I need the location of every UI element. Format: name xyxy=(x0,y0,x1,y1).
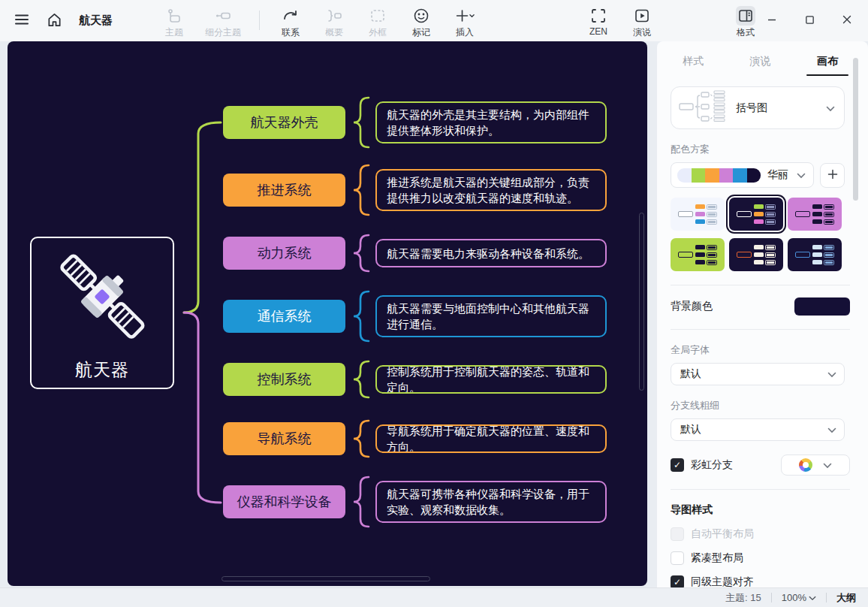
outline-button[interactable]: 大纲 xyxy=(836,591,856,605)
topic-node[interactable]: 控制系统 xyxy=(223,363,345,396)
bracket-diagram-icon xyxy=(679,90,728,126)
theme-thumbnail-1[interactable] xyxy=(671,198,725,231)
close-icon xyxy=(842,14,852,27)
map-style-options: 自动平衡布局紧凑型布局✓同级主题对齐 xyxy=(671,527,850,589)
background-color-swatch[interactable] xyxy=(794,297,850,316)
tool-marker[interactable]: 标记 xyxy=(408,6,434,39)
swatch xyxy=(705,168,719,183)
topic-node[interactable]: 航天器外壳 xyxy=(223,106,345,139)
tab-画布[interactable]: 画布 xyxy=(815,49,839,76)
satellite-icon xyxy=(50,249,154,348)
mini-node xyxy=(754,212,764,216)
insert-icon xyxy=(455,6,475,26)
home-icon xyxy=(47,12,62,30)
tool-relationship[interactable]: 联系 xyxy=(278,6,303,39)
summary-icon xyxy=(324,6,344,26)
detail-node[interactable]: 航天器可携带各种仪器和科学设备，用于实验、观察和数据收集。 xyxy=(375,481,607,523)
topic-node[interactable]: 通信系统 xyxy=(223,300,345,333)
theme-thumbnail-4[interactable] xyxy=(671,238,725,271)
boundary-icon xyxy=(368,6,387,26)
zoom-control[interactable]: 100% xyxy=(782,592,816,603)
mini-detail xyxy=(824,204,834,210)
maximize-button[interactable] xyxy=(796,9,823,33)
mini-node xyxy=(695,219,705,224)
tool-boundary: 外框 xyxy=(365,6,390,39)
mini-detail xyxy=(707,204,717,210)
format-panel: 样式演说画布 括号图 配色方案 华丽 xyxy=(657,41,868,587)
document-title: 航天器 xyxy=(79,14,113,28)
mini-detail xyxy=(765,252,776,258)
rainbow-palette-select[interactable] xyxy=(781,454,850,476)
color-scheme-select[interactable]: 华丽 xyxy=(671,162,814,188)
panel-scrollbar[interactable] xyxy=(853,58,858,201)
checkbox-label: 紧凑型布局 xyxy=(691,551,743,565)
theme-gallery xyxy=(671,198,850,271)
detail-node[interactable]: 航天器需要电力来驱动各种设备和系统。 xyxy=(375,239,607,267)
title-bar: 航天器 主题细分主题联系概要外框标记插入ZEN演说格式 xyxy=(0,0,868,41)
detail-node[interactable]: 推进系统是航天器的关键组成部分，负责提供推力以改变航天器的速度和轨迹。 xyxy=(375,169,607,211)
mini-detail xyxy=(824,245,834,250)
branch-row: 通信系统航天器需要与地面控制中心和其他航天器进行通信。 xyxy=(223,290,607,343)
detail-node[interactable]: 导航系统用于确定航天器的位置、速度和方向。 xyxy=(375,424,607,453)
mini-detail xyxy=(824,260,834,265)
mini-detail xyxy=(707,252,717,258)
tool-label: 插入 xyxy=(456,26,474,39)
topic-node[interactable]: 导航系统 xyxy=(223,422,345,455)
detail-node[interactable]: 航天器的外壳是其主要结构，为内部组件提供整体形状和保护。 xyxy=(375,101,607,143)
detail-node[interactable]: 航天器需要与地面控制中心和其他航天器进行通信。 xyxy=(375,295,607,337)
tool-present[interactable]: 演说 xyxy=(629,6,655,39)
tab-样式[interactable]: 样式 xyxy=(681,49,705,76)
add-color-scheme-button[interactable] xyxy=(820,163,845,188)
tool-summary: 概要 xyxy=(321,6,347,39)
map-style-option: 自动平衡布局 xyxy=(671,527,850,541)
topic-node[interactable]: 仪器和科学设备 xyxy=(223,485,345,518)
detail-text: 导航系统用于确定航天器的位置、速度和方向。 xyxy=(387,424,595,453)
tool-label: 演说 xyxy=(633,26,651,39)
branch-row: 动力系统航天器需要电力来驱动各种设备和系统。 xyxy=(223,234,607,273)
mini-node xyxy=(695,260,705,264)
home-button[interactable] xyxy=(47,12,62,30)
swatch xyxy=(747,168,761,183)
central-topic-node[interactable]: 航天器 xyxy=(30,237,174,389)
global-font-value: 默认 xyxy=(680,367,701,381)
close-button[interactable] xyxy=(833,9,860,33)
mini-node xyxy=(695,245,705,249)
theme-thumbnail-5[interactable] xyxy=(729,238,783,271)
topic-count: 主题: 15 xyxy=(725,591,761,605)
mini-central-node xyxy=(678,252,693,258)
mini-node xyxy=(754,245,764,249)
color-scheme-section-label: 配色方案 xyxy=(671,143,850,156)
canvas-vertical-scrollbar[interactable] xyxy=(639,213,644,391)
menu-button[interactable] xyxy=(14,11,30,30)
structure-select-value: 括号图 xyxy=(736,101,767,115)
mini-node xyxy=(812,245,822,249)
rainbow-branch-checkbox[interactable]: ✓ xyxy=(671,458,684,472)
global-font-select[interactable]: 默认 xyxy=(671,363,845,385)
detail-text: 航天器需要与地面控制中心和其他航天器进行通信。 xyxy=(387,300,595,332)
minimize-button[interactable] xyxy=(758,9,785,33)
canvas-horizontal-scrollbar[interactable] xyxy=(222,576,430,581)
branch-width-value: 默认 xyxy=(680,423,701,436)
mini-node xyxy=(812,204,822,209)
topic-node[interactable]: 动力系统 xyxy=(223,237,345,270)
tab-演说[interactable]: 演说 xyxy=(749,49,773,76)
tool-format[interactable]: 格式 xyxy=(733,6,758,39)
tool-zen[interactable]: ZEN xyxy=(586,6,611,37)
zen-icon xyxy=(589,6,608,26)
tool-label: 格式 xyxy=(737,26,755,39)
branch-width-select[interactable]: 默认 xyxy=(671,418,845,441)
theme-thumbnail-2[interactable] xyxy=(729,198,783,231)
unchecked-checkbox[interactable] xyxy=(671,551,684,565)
mini-node xyxy=(812,260,822,264)
mini-node xyxy=(695,252,705,257)
theme-thumbnail-6[interactable] xyxy=(788,238,842,271)
relationship-icon xyxy=(281,6,300,26)
structure-select[interactable]: 括号图 xyxy=(671,86,845,129)
topic-node[interactable]: 推进系统 xyxy=(223,174,345,207)
mini-detail xyxy=(707,212,717,217)
detail-node[interactable]: 控制系统用于控制航天器的姿态、轨道和定向。 xyxy=(375,365,607,394)
tool-insert[interactable]: 插入 xyxy=(452,6,478,39)
mindmap-canvas[interactable]: 航天器 航天器外壳航天器的外壳是其主要结构，为内部组件提供整体形状和保护。推进系… xyxy=(8,41,647,586)
theme-thumbnail-3[interactable] xyxy=(788,198,842,231)
mini-detail xyxy=(765,212,776,217)
